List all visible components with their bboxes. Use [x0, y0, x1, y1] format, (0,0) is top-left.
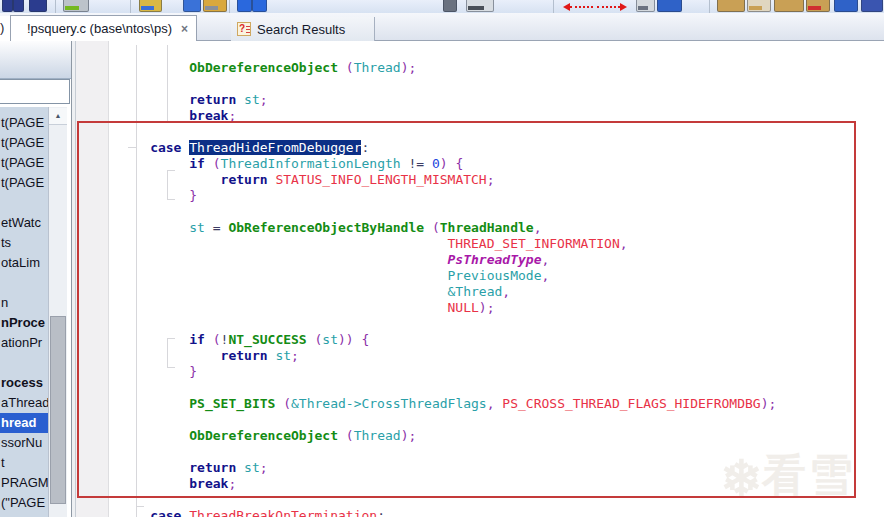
clip-icon[interactable] [443, 0, 457, 12]
symbol-item[interactable]: t(PAGE [0, 113, 48, 133]
symbol-item[interactable]: t [0, 453, 48, 473]
code-token: } [189, 188, 197, 203]
code-line[interactable]: return st; [111, 348, 776, 364]
code-line[interactable] [111, 380, 776, 396]
bookmark-icon[interactable] [657, 0, 682, 12]
code-token: : [377, 508, 385, 517]
editor-selection-margin[interactable] [76, 41, 109, 517]
symbol-item[interactable]: ssorNu [0, 433, 48, 453]
window-icon[interactable] [183, 0, 201, 12]
code-line[interactable]: } [111, 188, 776, 204]
symbol-item [0, 273, 48, 293]
cut-icon[interactable] [252, 0, 267, 12]
code-text[interactable]: ObDereferenceObject (Thread); return st;… [111, 60, 776, 517]
code-line[interactable]: THREAD_SET_INFORMATION, [111, 236, 776, 252]
symbol-item[interactable]: PRAGM [0, 473, 48, 493]
symbol-item[interactable]: aThread [0, 393, 48, 413]
code-line[interactable] [111, 492, 776, 508]
symbol-list-scrollbar[interactable]: ▲ [48, 107, 67, 517]
code-token: )) [338, 332, 354, 347]
code-line[interactable]: break; [111, 476, 776, 492]
code-line[interactable]: if (ThreadInformationLength != 0) { [111, 156, 776, 172]
code-token: return [189, 460, 236, 475]
save-icon[interactable] [29, 0, 47, 12]
open-icon[interactable] [139, 0, 162, 12]
book-favorite-icon[interactable] [806, 0, 830, 12]
code-line[interactable]: PreviousMode, [111, 268, 776, 284]
symbol-item[interactable]: n [0, 293, 48, 313]
code-line[interactable]: break; [111, 108, 776, 124]
code-line[interactable]: ObDereferenceObject (Thread); [111, 60, 776, 76]
code-token: , [502, 284, 510, 299]
symbol-filter-input[interactable] [0, 79, 70, 104]
code-token [111, 300, 448, 315]
tab-file-psquery[interactable]: !psquery.c (base\ntos\ps) × [10, 15, 197, 41]
code-line[interactable]: &Thread, [111, 284, 776, 300]
code-token: ; [291, 348, 299, 363]
book-icon[interactable] [2, 0, 13, 12]
symbol-list[interactable]: t(PAGEt(PAGEt(PAGEt(PAGEetWatctsotaLimnn… [0, 107, 48, 517]
zoom-icon[interactable] [861, 0, 883, 12]
book-icon[interactable] [747, 0, 771, 12]
symbol-item[interactable]: rocess [0, 373, 48, 393]
code-line[interactable]: case ThreadHideFromDebugger: [111, 140, 776, 156]
paste-icon[interactable] [466, 0, 494, 12]
search-icon[interactable] [834, 0, 858, 12]
code-line[interactable] [111, 124, 776, 140]
application-window: ) !psquery.c (base\ntos\ps) × ? Search R… [0, 0, 884, 517]
symbol-item[interactable]: otaLim [0, 253, 48, 273]
code-line[interactable] [111, 316, 776, 332]
code-line[interactable]: return st; [111, 460, 776, 476]
symbol-item[interactable]: ("PAGE [0, 493, 48, 513]
code-token [111, 108, 189, 123]
code-line[interactable]: NULL); [111, 300, 776, 316]
code-token: &Thread [448, 284, 503, 299]
code-token [111, 348, 221, 363]
scrollbar-thumb[interactable] [50, 316, 66, 504]
tab-label: !psquery.c (base\ntos\ps) [27, 21, 172, 36]
code-line[interactable]: return st; [111, 92, 776, 108]
code-token [111, 268, 448, 283]
symbol-item[interactable]: t(PAGE [0, 173, 48, 193]
code-token: NULL [448, 300, 479, 315]
symbol-item[interactable]: nProce [0, 313, 48, 333]
code-line[interactable]: PsThreadType, [111, 252, 776, 268]
code-line[interactable]: if (!NT_SUCCESS (st)) { [111, 332, 776, 348]
code-line[interactable] [111, 204, 776, 220]
code-line[interactable] [111, 444, 776, 460]
code-line[interactable]: st = ObReferenceObjectByHandle (ThreadHa… [111, 220, 776, 236]
code-token: return [221, 172, 268, 187]
code-token: ; [260, 92, 268, 107]
scroll-up-icon[interactable]: ▲ [49, 108, 67, 125]
code-line[interactable] [111, 412, 776, 428]
symbol-item[interactable]: etWatc [0, 213, 48, 233]
symbol-item[interactable]: t(PAGE [0, 153, 48, 173]
close-icon[interactable]: × [181, 22, 188, 36]
code-token: ( [346, 60, 354, 75]
folder-icon[interactable] [203, 0, 227, 12]
code-line[interactable]: PS_SET_BITS (&Thread->CrossThreadFlags, … [111, 396, 776, 412]
help-book-icon[interactable] [717, 0, 745, 12]
symbol-item[interactable]: ts [0, 233, 48, 253]
code-token [111, 252, 448, 267]
tab-search-results[interactable]: ? Search Results [231, 17, 375, 41]
navigate-forward-icon[interactable] [597, 3, 627, 11]
code-line[interactable]: case ThreadBreakOnTermination: [111, 508, 776, 517]
search-results-icon: ? [237, 22, 251, 36]
symbol-item-selected[interactable]: hread [0, 413, 48, 433]
code-line[interactable]: ObDereferenceObject (Thread); [111, 428, 776, 444]
code-line[interactable]: return STATUS_INFO_LENGTH_MISMATCH; [111, 172, 776, 188]
code-line[interactable]: } [111, 364, 776, 380]
symbol-item[interactable]: ationPr [0, 333, 48, 353]
symbol-item[interactable]: t(PAGE [0, 133, 48, 153]
navigate-back-icon[interactable] [563, 3, 593, 11]
book-icon[interactable] [13, 0, 24, 12]
books-icon[interactable] [774, 0, 804, 12]
code-token: ObReferenceObjectByHandle [228, 220, 424, 235]
code-line[interactable] [111, 76, 776, 92]
code-token: : [361, 140, 369, 155]
code-token: return [189, 92, 236, 107]
cut-icon[interactable] [237, 0, 252, 12]
document-icon[interactable] [636, 0, 655, 12]
print-icon[interactable] [63, 0, 89, 12]
